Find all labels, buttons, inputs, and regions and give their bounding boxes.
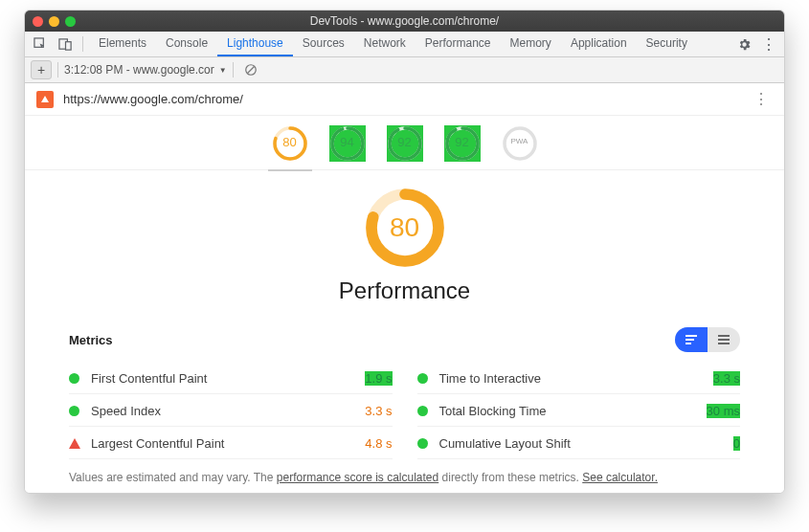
metrics-view-compact-button[interactable] (708, 327, 740, 352)
window-title: DevTools - www.google.com/chrome/ (25, 14, 784, 28)
metric-name: Cumulative Layout Shift (439, 436, 733, 451)
titlebar: DevTools - www.google.com/chrome/ (25, 11, 784, 32)
category-gauge-4[interactable]: PWA (502, 125, 538, 162)
lighthouse-icon (36, 91, 54, 108)
panel-tab-performance[interactable]: Performance (416, 32, 501, 56)
report-menu-icon[interactable]: ⋮ (750, 90, 773, 108)
svg-rect-2 (65, 41, 71, 49)
panel-tab-memory[interactable]: Memory (501, 32, 561, 56)
metric-name: Speed Index (91, 404, 365, 418)
panel-tab-network[interactable]: Network (354, 32, 416, 56)
metric-row: Cumulative Layout Shift0 (417, 429, 741, 459)
status-dot-icon (417, 406, 428, 416)
metric-name: First Contentful Paint (91, 371, 365, 386)
metric-row: Total Blocking Time30 ms (417, 396, 741, 427)
category-gauge-2[interactable]: 92 (387, 125, 423, 162)
metrics-view-toggle (675, 327, 740, 352)
category-gauge-3[interactable]: 92 (444, 125, 481, 162)
report-selector-label: 3:12:08 PM - www.google.cor (64, 63, 214, 77)
chevron-down-icon: ▼ (219, 66, 227, 75)
metric-name: Total Blocking Time (439, 404, 707, 418)
performance-score: 80 (365, 188, 445, 268)
new-report-button[interactable]: + (31, 60, 52, 79)
panel-tab-application[interactable]: Application (561, 32, 637, 56)
metrics-heading: Metrics (69, 333, 113, 347)
metric-name: Time to Interactive (439, 371, 713, 386)
lighthouse-url-bar: https://www.google.com/chrome/ ⋮ (25, 83, 784, 116)
panel-tab-elements[interactable]: Elements (89, 32, 156, 56)
metric-value: 4.8 s (365, 436, 392, 451)
performance-title: Performance (25, 277, 784, 304)
report-url: https://www.google.com/chrome/ (63, 92, 740, 106)
status-dot-icon (69, 406, 79, 416)
devtools-window: DevTools - www.google.com/chrome/ Elemen… (24, 10, 785, 494)
more-menu-icon[interactable]: ⋮ (757, 34, 780, 54)
lighthouse-toolbar: + 3:12:08 PM - www.google.cor ▼ (25, 57, 784, 83)
window-zoom-button[interactable] (65, 16, 76, 27)
metric-value: 0 (733, 436, 740, 451)
metric-value: 1.9 s (365, 371, 392, 386)
panel-tab-security[interactable]: Security (637, 32, 697, 56)
metric-value: 30 ms (707, 404, 740, 418)
settings-gear-icon[interactable] (732, 34, 755, 54)
panel-tab-sources[interactable]: Sources (293, 32, 354, 56)
clear-icon[interactable] (239, 60, 262, 79)
report-selector-dropdown[interactable]: 3:12:08 PM - www.google.cor ▼ (64, 63, 227, 77)
category-gauges-row: 80949292PWA (25, 116, 784, 170)
inspect-element-icon[interactable] (29, 34, 52, 54)
status-dot-icon (69, 373, 79, 384)
performance-gauge: 80 (365, 188, 445, 268)
window-close-button[interactable] (33, 16, 43, 27)
devtools-panel-tabs-row: ElementsConsoleLighthouseSourcesNetworkP… (25, 32, 784, 57)
performance-section: 80 Performance (25, 170, 784, 310)
lighthouse-report: 80949292PWA 80 Performance Metrics (25, 116, 784, 493)
device-toggle-icon[interactable] (54, 34, 77, 54)
status-triangle-icon (69, 438, 80, 449)
metric-name: Largest Contentful Paint (91, 436, 365, 451)
metric-value: 3.3 s (365, 404, 392, 418)
metrics-footnote: Values are estimated and may vary. The p… (69, 471, 740, 484)
metric-value: 3.3 s (713, 371, 740, 386)
metric-row: Largest Contentful Paint4.8 s (69, 429, 393, 459)
footnote-link-score-calc[interactable]: performance score is calculated (277, 471, 438, 484)
status-dot-icon (417, 438, 428, 449)
footnote-link-see-calculator[interactable]: See calculator. (582, 471, 658, 484)
panel-tab-console[interactable]: Console (156, 32, 217, 56)
category-gauge-1[interactable]: 94 (329, 125, 366, 162)
metric-row: Speed Index3.3 s (69, 396, 393, 427)
metric-row: First Contentful Paint1.9 s (69, 364, 393, 394)
category-gauge-0[interactable]: 80 (272, 125, 308, 162)
metric-row: Time to Interactive3.3 s (417, 364, 741, 394)
svg-line-4 (247, 67, 254, 74)
metrics-view-expanded-button[interactable] (675, 327, 708, 352)
status-dot-icon (417, 373, 428, 384)
panel-tab-lighthouse[interactable]: Lighthouse (217, 32, 293, 56)
window-minimize-button[interactable] (49, 16, 59, 27)
